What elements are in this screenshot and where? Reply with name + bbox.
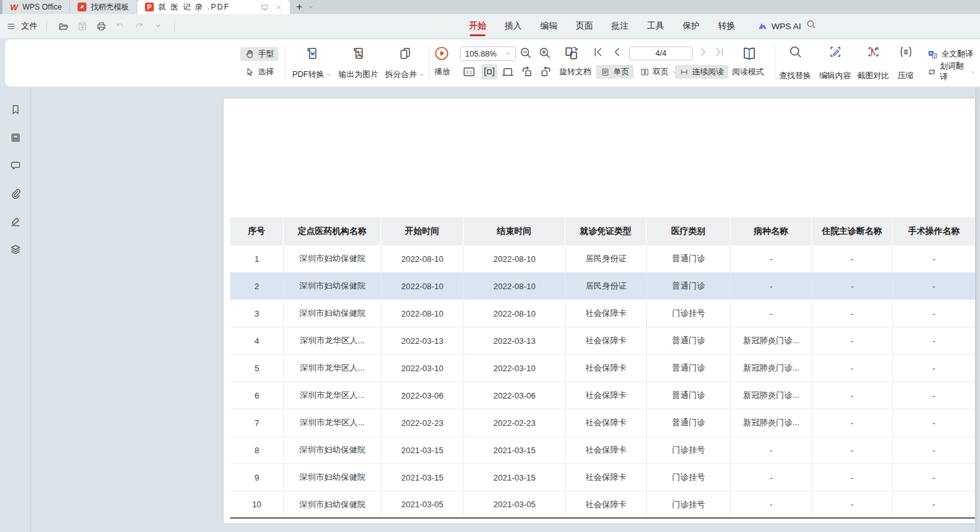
table-cell: 6 xyxy=(230,382,284,409)
menu-tab-convert[interactable]: 转换 xyxy=(718,15,735,38)
close-tab-icon[interactable] xyxy=(275,4,282,11)
menu-tab-tools[interactable]: 工具 xyxy=(647,15,664,38)
find-replace-button[interactable]: 查找替换 xyxy=(777,44,813,81)
thumbnail-icon[interactable] xyxy=(8,130,23,145)
monitor-icon[interactable] xyxy=(261,3,269,11)
read-mode-icon[interactable] xyxy=(741,45,758,62)
table-cell: - xyxy=(812,409,893,436)
table-row: 3深圳市妇幼保健院2022-08-102022-08-10社会保障卡门诊挂号--… xyxy=(230,300,975,327)
menu-search-icon[interactable] xyxy=(806,19,816,29)
find-replace-label: 查找替换 xyxy=(779,71,811,81)
file-menu[interactable]: 文件 xyxy=(21,20,37,32)
zoom-in-button[interactable] xyxy=(538,46,552,60)
zoom-out-button[interactable] xyxy=(519,46,533,60)
table-cell: - xyxy=(893,355,975,381)
print-icon[interactable] xyxy=(94,19,108,33)
split-merge-button[interactable]: 拆分合并 xyxy=(384,46,426,80)
full-translate-button[interactable]: A字 全文翻译 xyxy=(923,47,977,61)
rotate-left-button[interactable] xyxy=(520,65,534,79)
comment-icon[interactable] xyxy=(8,158,23,173)
signature-pen-icon[interactable] xyxy=(8,214,23,229)
tab-document-pdf[interactable]: P 就 医 记 录 .PDF xyxy=(137,0,290,14)
table-header-cell: 定点医药机构名称 xyxy=(284,217,381,245)
table-cell: 2022-08-10 xyxy=(381,245,464,272)
table-cell: 社会保障卡 xyxy=(566,491,647,517)
table-cell: 深圳市龙华区人... xyxy=(284,327,381,354)
open-file-icon[interactable] xyxy=(56,19,70,33)
select-tool-button[interactable]: 选择 xyxy=(240,65,278,79)
ribbon-toolbar: 手型 选择 PDF转换 输出为图片 拆分合并 播放 105.88% 1:1 xyxy=(5,39,980,86)
zoom-level-select[interactable]: 105.88% xyxy=(460,46,516,61)
table-cell: - xyxy=(812,355,893,381)
prev-page-button[interactable] xyxy=(611,46,623,58)
save-icon[interactable] xyxy=(75,19,89,33)
table-body: 1深圳市妇幼保健院2022-08-102022-08-10居民身份证普通门诊--… xyxy=(230,245,975,519)
pdf-convert-button[interactable]: PDF转换 xyxy=(291,46,333,80)
table-header-cell: 结束时间 xyxy=(464,217,566,245)
table-cell: 2022-03-06 xyxy=(381,382,464,409)
first-page-button[interactable] xyxy=(592,46,604,58)
tab-template-store[interactable]: 找稻壳模板 xyxy=(70,0,137,14)
single-page-button[interactable]: 单页 xyxy=(596,65,634,79)
table-cell: - xyxy=(893,245,975,272)
compress-icon xyxy=(899,44,913,59)
continuous-read-button[interactable]: 连续阅读 xyxy=(675,65,728,79)
swap-pages-icon[interactable] xyxy=(563,44,580,62)
play-button[interactable] xyxy=(433,45,450,62)
table-cell: 普通门诊 xyxy=(647,273,731,299)
table-cell: 新冠肺炎门诊... xyxy=(731,382,812,409)
menu-tab-home[interactable]: 开始 xyxy=(469,15,486,38)
table-cell: 4 xyxy=(230,327,284,354)
table-header-row: 序号定点医药机构名称开始时间结束时间就诊凭证类型医疗类别病种名称住院主诊断名称手… xyxy=(230,217,975,245)
table-cell: 普通门诊 xyxy=(647,409,731,436)
tab-list-chevron-icon[interactable] xyxy=(308,4,314,10)
export-image-button[interactable]: 输出为图片 xyxy=(336,46,381,80)
wps-ai-button[interactable]: WPS AI xyxy=(758,14,801,38)
table-cell: - xyxy=(812,437,893,463)
vertical-scrollbar[interactable] xyxy=(976,88,980,532)
menu-tab-page[interactable]: 页面 xyxy=(576,15,593,38)
menu-tab-annotate[interactable]: 批注 xyxy=(611,15,629,38)
hand-tool-button[interactable]: 手型 xyxy=(240,47,278,61)
edit-content-icon xyxy=(828,44,843,59)
table-cell: 社会保障卡 xyxy=(566,300,647,327)
word-translate-icon: 文A xyxy=(927,67,937,78)
svg-text:文: 文 xyxy=(929,69,932,72)
table-cell: 2022-03-13 xyxy=(464,327,566,354)
hamburger-icon[interactable] xyxy=(6,22,16,31)
quick-access-chevron-icon[interactable] xyxy=(151,19,165,33)
last-page-button[interactable] xyxy=(713,46,726,58)
table-cell: - xyxy=(812,491,893,517)
undo-icon[interactable] xyxy=(113,19,127,33)
table-header-cell: 就诊凭证类型 xyxy=(566,217,647,245)
word-translate-button[interactable]: 文A 划词翻译 xyxy=(923,65,980,79)
table-cell: 2021-03-15 xyxy=(464,464,566,491)
fit-width-button[interactable] xyxy=(481,64,498,79)
menu-tab-insert[interactable]: 插入 xyxy=(505,15,522,38)
wps-logo-icon: W xyxy=(10,3,18,11)
table-cell: 3 xyxy=(230,300,284,327)
edit-content-button[interactable]: 编辑内容 xyxy=(817,44,853,81)
screenshot-compare-button[interactable]: 截图对比 xyxy=(855,44,891,81)
bookmark-icon[interactable] xyxy=(8,102,23,117)
table-row: 4深圳市龙华区人...2022-03-132022-03-13社会保障卡普通门诊… xyxy=(230,327,975,355)
actual-size-button[interactable]: 1:1 xyxy=(462,65,476,79)
menu-tab-protect[interactable]: 保护 xyxy=(683,15,700,38)
layers-icon[interactable] xyxy=(8,242,23,257)
page-number-input[interactable] xyxy=(629,46,693,60)
menu-tab-edit[interactable]: 编辑 xyxy=(540,15,557,38)
next-page-button[interactable] xyxy=(697,46,709,58)
table-cell: 1 xyxy=(230,245,284,272)
window-tab-bar: W WPS Office 找稻壳模板 P 就 医 记 录 .PDF + xyxy=(0,0,980,14)
read-mode-label[interactable]: 阅读模式 xyxy=(727,67,769,78)
new-tab-button[interactable]: + xyxy=(296,1,303,13)
rotate-right-button[interactable] xyxy=(539,65,553,79)
table-cell: 2022-03-10 xyxy=(381,355,464,381)
tab-wps-office[interactable]: W WPS Office xyxy=(3,0,70,14)
attachment-icon[interactable] xyxy=(8,186,23,201)
table-row: 2深圳市妇幼保健院2022-08-102022-08-10居民身份证普通门诊--… xyxy=(230,273,975,300)
fit-page-button[interactable] xyxy=(501,65,515,79)
rotate-doc-label[interactable]: 旋转文档 xyxy=(559,67,591,78)
redo-icon[interactable] xyxy=(132,19,146,33)
compress-button[interactable]: 压缩 xyxy=(894,44,918,81)
